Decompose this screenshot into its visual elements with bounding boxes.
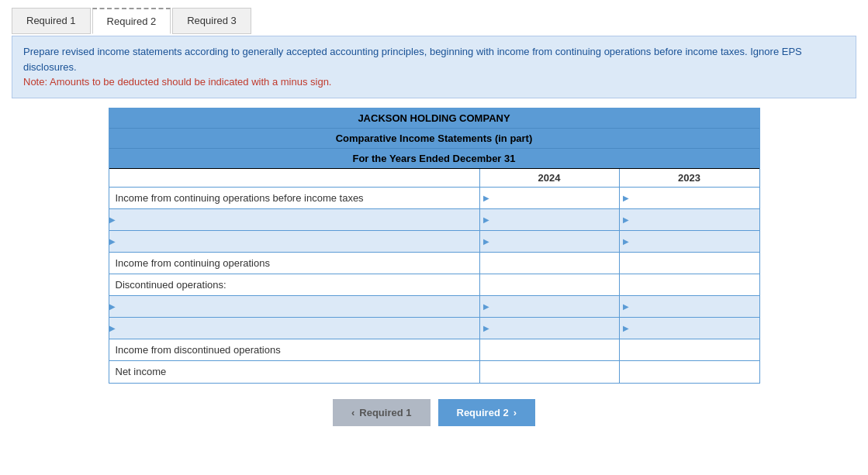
- row-label-editable-3[interactable]: ▶: [109, 231, 480, 252]
- col-header-2024: 2024: [480, 169, 620, 187]
- input-field[interactable]: [623, 256, 756, 270]
- row-input-2024-7[interactable]: ▶: [480, 318, 620, 339]
- col-header-2023: 2023: [620, 169, 759, 187]
- table-row: ▶ ▶ ▶: [109, 296, 759, 318]
- row-input-2023-1[interactable]: ▶: [620, 188, 759, 208]
- row-input-2024-4[interactable]: [480, 253, 620, 274]
- table-row: Income from continuing operations before…: [109, 188, 759, 209]
- table-subtitle2: For the Years Ended December 31: [109, 149, 759, 169]
- editable-label-input[interactable]: [117, 232, 479, 250]
- row-label-editable-7[interactable]: ▶: [109, 318, 480, 339]
- row-input-2023-4[interactable]: [620, 253, 759, 274]
- row-input-2023-3[interactable]: ▶: [620, 231, 759, 252]
- prev-button[interactable]: ‹ Required 1: [333, 399, 431, 426]
- input-field[interactable]: [483, 256, 616, 270]
- row-input-2024-2[interactable]: ▶: [480, 209, 620, 230]
- table-company-name: JACKSON HOLDING COMPANY: [109, 108, 759, 129]
- row-input-2023-8[interactable]: [620, 339, 759, 360]
- input-field[interactable]: [631, 234, 756, 249]
- input-indicator: ▶: [109, 324, 116, 332]
- input-indicator: ▶: [109, 215, 116, 224]
- row-label-9: Net income: [109, 361, 480, 383]
- row-label-editable-6[interactable]: ▶: [109, 296, 480, 317]
- table-row: ▶ ▶ ▶: [109, 209, 759, 231]
- input-indicator: ▶: [109, 302, 116, 311]
- table-subtitle1: Comparative Income Statements (in part): [109, 129, 759, 149]
- col-header-label: [109, 169, 480, 187]
- table-row: ▶ ▶ ▶: [109, 318, 759, 339]
- input-field[interactable]: [631, 212, 756, 227]
- chevron-left-icon: ‹: [351, 407, 354, 418]
- editable-label-input[interactable]: [117, 319, 479, 337]
- row-label-4: Income from continuing operations: [109, 253, 480, 274]
- input-field[interactable]: [631, 299, 756, 314]
- column-headers: 2024 2023: [109, 169, 759, 188]
- input-field[interactable]: [631, 191, 756, 205]
- row-input-2023-7[interactable]: ▶: [620, 318, 759, 339]
- row-label-1: Income from continuing operations before…: [109, 188, 480, 208]
- row-input-2024-1[interactable]: ▶: [480, 188, 620, 208]
- input-indicator: ▶: [483, 302, 489, 311]
- input-indicator: ▶: [623, 302, 629, 311]
- row-label-editable-2[interactable]: ▶: [109, 209, 480, 230]
- input-field[interactable]: [491, 321, 616, 336]
- table-row: Income from continuing operations: [109, 253, 759, 274]
- instruction-text-1: Prepare revised income statements accord…: [23, 46, 802, 73]
- row-input-2023-9[interactable]: [620, 361, 759, 383]
- input-field[interactable]: [631, 321, 756, 336]
- input-field[interactable]: [491, 191, 616, 205]
- navigation-buttons: ‹ Required 1 Required 2 ›: [12, 399, 856, 434]
- table-row: ▶ ▶ ▶: [109, 231, 759, 253]
- input-field[interactable]: [491, 299, 616, 314]
- next-button[interactable]: Required 2 ›: [438, 399, 536, 426]
- chevron-right-icon: ›: [514, 407, 517, 418]
- input-indicator: ▶: [623, 324, 629, 332]
- instruction-note: Note: Amounts to be deducted should be i…: [23, 76, 331, 88]
- row-input-2024-9[interactable]: [480, 361, 620, 383]
- tab-required-1[interactable]: Required 1: [12, 8, 91, 34]
- row-input-2024-5: [480, 274, 620, 295]
- input-field[interactable]: [623, 364, 756, 379]
- input-field[interactable]: [483, 342, 616, 357]
- input-indicator: ▶: [623, 237, 629, 246]
- instruction-box: Prepare revised income statements accord…: [12, 36, 856, 98]
- input-indicator: ▶: [109, 237, 116, 246]
- input-indicator: ▶: [623, 194, 629, 202]
- row-input-2024-6[interactable]: ▶: [480, 296, 620, 317]
- row-input-2024-3[interactable]: ▶: [480, 231, 620, 252]
- input-indicator: ▶: [483, 215, 489, 224]
- input-indicator: ▶: [483, 194, 489, 202]
- tab-bar: Required 1 Required 2 Required 3: [12, 8, 856, 34]
- input-field[interactable]: [491, 234, 616, 249]
- table-row: Income from discontinued operations: [109, 339, 759, 361]
- input-indicator: ▶: [483, 324, 489, 332]
- row-input-2023-6[interactable]: ▶: [620, 296, 759, 317]
- row-label-5: Discontinued operations:: [109, 274, 480, 295]
- input-indicator: ▶: [483, 237, 489, 246]
- table-row: Net income: [109, 361, 759, 383]
- input-indicator: ▶: [623, 215, 629, 224]
- tab-required-3[interactable]: Required 3: [172, 8, 251, 34]
- row-input-2024-8[interactable]: [480, 339, 620, 360]
- row-input-2023-2[interactable]: ▶: [620, 209, 759, 230]
- editable-label-input[interactable]: [117, 298, 479, 315]
- row-input-2023-5: [620, 274, 759, 295]
- input-field[interactable]: [491, 212, 616, 227]
- input-field[interactable]: [483, 364, 616, 379]
- editable-label-input[interactable]: [117, 211, 479, 229]
- table-row: Discontinued operations:: [109, 274, 759, 296]
- row-label-8: Income from discontinued operations: [109, 339, 480, 360]
- input-field[interactable]: [623, 342, 756, 357]
- income-statement-table: JACKSON HOLDING COMPANY Comparative Inco…: [109, 108, 760, 384]
- tab-required-2[interactable]: Required 2: [92, 8, 171, 34]
